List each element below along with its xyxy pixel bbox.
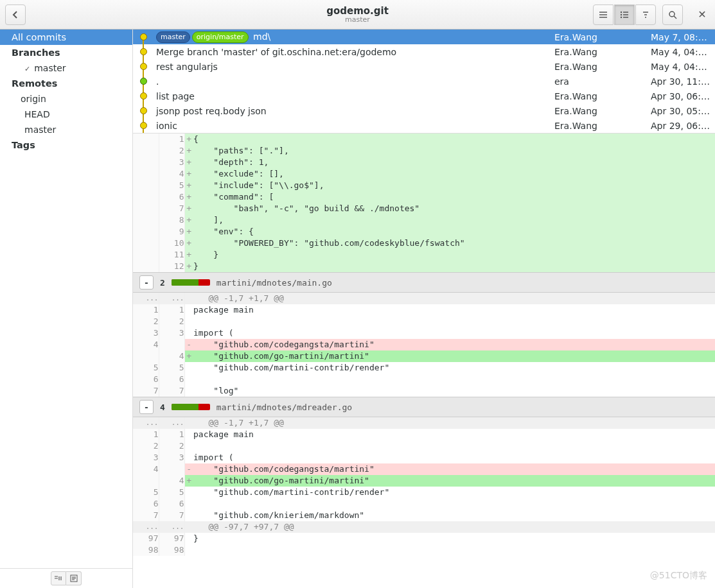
diff-hunk-header: ...... @@ -1,7 +1,7 @@ [133, 293, 715, 304]
commit-row[interactable]: ionicEra.WangApr 29, 06:… [133, 118, 715, 133]
diff-line: 6+ "command": [ [133, 191, 715, 203]
diff-line: 11+ } [133, 249, 715, 261]
diff-line: 11package main [133, 304, 715, 316]
diff-line: 77 "log" [133, 385, 715, 397]
commit-message: jsonp post req.body json [154, 106, 554, 116]
diff-line: 5+ "include": ["\\.go$"], [133, 180, 715, 191]
change-bar [172, 279, 210, 286]
search-button[interactable] [662, 4, 683, 25]
commit-message: Merge branch 'master' of git.oschina.net… [154, 47, 554, 57]
commit-row[interactable]: Merge branch 'master' of git.oschina.net… [133, 44, 715, 59]
commit-message: rest angularjs [154, 62, 554, 72]
commit-dot-icon [140, 33, 147, 40]
change-count: 2 [160, 278, 165, 288]
commit-dot-icon [140, 48, 147, 55]
back-button[interactable] [5, 4, 26, 25]
file-header: -4martini/mdnotes/mdreader.go [133, 397, 715, 417]
commit-date: May 7, 08:… [651, 32, 715, 42]
header-bar: godemo.git master ✕ [0, 0, 715, 30]
commit-date: Apr 30, 06:… [651, 91, 715, 101]
diff-line: 4- "github.com/codegangsta/martini" [133, 463, 715, 475]
commit-dot-icon [140, 92, 147, 99]
commit-message: ionic [154, 121, 554, 131]
collapse-file-button[interactable]: - [139, 400, 154, 414]
diff-line: 22 [133, 440, 715, 452]
commit-row[interactable]: jsonp post req.body jsonEra.WangApr 30, … [133, 103, 715, 118]
view-list-button[interactable] [614, 4, 635, 25]
sidebar-toggle-hv-button[interactable] [51, 571, 66, 585]
close-button[interactable]: ✕ [693, 6, 711, 24]
diff-line: 4- "github.com/codegangsta/martini" [133, 339, 715, 350]
file-path: martini/mdnotes/mdreader.go [216, 402, 352, 412]
file-header: -2martini/mdnotes/main.go [133, 272, 715, 293]
commit-message: list page [154, 91, 554, 101]
commit-message: . [154, 76, 554, 87]
sidebar-remote-master[interactable]: master [0, 122, 132, 137]
sidebar-remote-head[interactable]: HEAD [0, 107, 132, 122]
commit-author: Era.Wang [554, 62, 651, 72]
diff-line: 10+ "POWERED_BY": "github.com/codeskyblu… [133, 238, 715, 249]
commit-author: era [554, 76, 651, 87]
diff-line: 77 "github.com/knieriem/markdown" [133, 510, 715, 521]
diff-line: 4+ "exclude": [], [133, 168, 715, 180]
commit-date: Apr 30, 11:… [651, 76, 715, 87]
commit-row[interactable]: list pageEra.WangApr 30, 06:… [133, 89, 715, 103]
sidebar-branch-master[interactable]: master [0, 60, 132, 76]
sidebar-tags-header[interactable]: Tags [0, 137, 132, 153]
sidebar-remotes-header[interactable]: Remotes [0, 76, 132, 91]
diff-line: 3+ "depth": 1, [133, 157, 715, 168]
diff-line: 12+} [133, 261, 715, 272]
remote-badge: origin/master [192, 31, 249, 43]
diff-line: 7+ "bash", "-c", "go build && ./mdnotes" [133, 203, 715, 214]
commit-author: Era.Wang [554, 32, 651, 42]
commit-author: Era.Wang [554, 106, 651, 116]
commit-date: Apr 30, 05:… [651, 106, 715, 116]
file-path: martini/mdnotes/main.go [216, 278, 332, 288]
collapse-file-button[interactable]: - [139, 275, 154, 290]
commit-list: masterorigin/master md\Era.WangMay 7, 08… [133, 30, 715, 133]
commit-row[interactable]: .eraApr 30, 11:… [133, 74, 715, 89]
diff-line: 11package main [133, 429, 715, 440]
commit-date: May 4, 04:… [651, 62, 715, 72]
commit-dot-icon [140, 78, 147, 85]
diff-view[interactable]: 1+{2+ "paths": ["."],3+ "depth": 1,4+ "e… [133, 133, 715, 588]
diff-line: 1+{ [133, 134, 715, 145]
diff-line: 66 [133, 374, 715, 385]
diff-line: 22 [133, 316, 715, 327]
sidebar-all-commits[interactable]: All commits [0, 30, 132, 45]
diff-line: 4+ "github.com/go-martini/martini" [133, 350, 715, 362]
diff-line: 9898 [133, 544, 715, 556]
commit-author: Era.Wang [554, 91, 651, 101]
diff-line: 55 "github.com/martini-contrib/render" [133, 487, 715, 498]
change-count: 4 [160, 402, 165, 412]
commit-date: Apr 29, 06:… [651, 121, 715, 131]
diff-line: 33import ( [133, 327, 715, 339]
commit-author: Era.Wang [554, 47, 651, 57]
view-collapse-button[interactable] [635, 4, 656, 25]
commit-author: Era.Wang [554, 121, 651, 131]
diff-line: 2+ "paths": ["."], [133, 145, 715, 157]
svg-point-3 [669, 12, 675, 17]
diff-line: 4+ "github.com/go-martini/martini" [133, 475, 715, 487]
commit-date: May 4, 04:… [651, 47, 715, 57]
change-bar [172, 404, 210, 410]
diff-line: 8+ ], [133, 214, 715, 226]
svg-point-2 [621, 16, 622, 17]
commit-message: masterorigin/master md\ [154, 31, 554, 43]
diff-line: 55 "github.com/martini-contrib/render" [133, 362, 715, 374]
view-lines-button[interactable] [593, 4, 613, 25]
commit-row[interactable]: masterorigin/master md\Era.WangMay 7, 08… [133, 30, 715, 44]
commit-dot-icon [140, 107, 147, 114]
commit-dot-icon [140, 63, 147, 70]
diff-line: 66 [133, 498, 715, 510]
diff-line: 33import ( [133, 452, 715, 463]
branch-badge: master [156, 31, 190, 43]
svg-point-1 [621, 13, 622, 15]
diff-line: 9+ "env": { [133, 226, 715, 238]
sidebar: All commits Branches master Remotes orig… [0, 30, 133, 588]
commit-row[interactable]: rest angularjsEra.WangMay 4, 04:… [133, 59, 715, 74]
sidebar-remote-origin[interactable]: origin [0, 91, 132, 107]
sidebar-toggle-detail-button[interactable] [66, 571, 82, 585]
svg-point-0 [621, 11, 622, 12]
sidebar-branches-header[interactable]: Branches [0, 45, 132, 60]
